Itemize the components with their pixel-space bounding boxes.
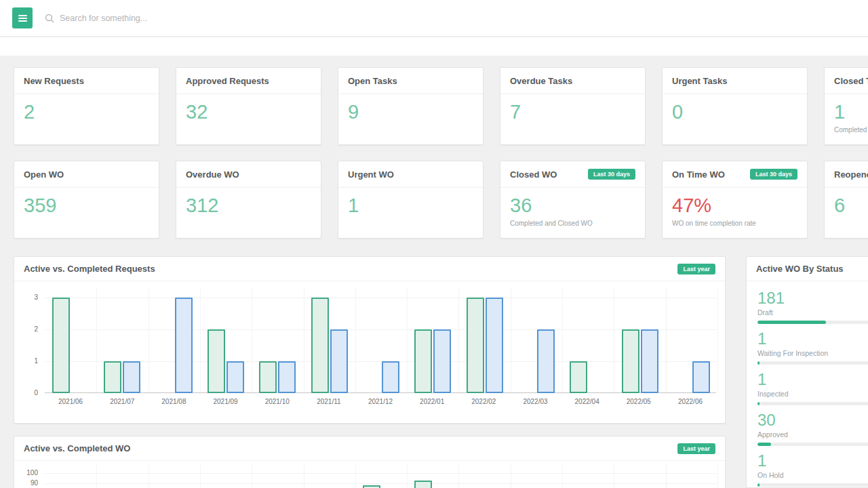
x-axis-label: 2022/05 [613,398,665,405]
status-item-progress-track [757,483,868,487]
stat-card-closed-wo[interactable]: Closed WOLast 30 days36Completed and Clo… [500,161,646,239]
wo-chart-header: Active vs. Completed WO Last year [14,436,725,461]
gridline-vertical [200,465,201,488]
chart-bar-green [363,485,380,488]
x-axis-label: 2021/12 [355,398,406,405]
status-item-waiting-for-inspection: 1Waiting For Inspection [757,330,868,371]
x-axis-label: 2021/10 [252,398,303,405]
status-item-label: Inspected [757,390,868,398]
stat-card-subtitle: WO on time completion rate [663,216,807,227]
status-item-inspected: 1Inspected [757,371,868,411]
stat-card-overdue-wo[interactable]: Overdue WO312 [176,161,321,239]
status-item-progress-fill [757,443,771,446]
y-axis-tick: 2 [16,325,38,333]
gridline-vertical [149,288,149,392]
search-input[interactable] [60,14,344,23]
stat-card-badge: Last 30 days [750,169,797,180]
chart-bar-green [414,481,432,488]
status-item-on-hold: 1On Hold [757,452,868,488]
status-item-progress-fill [757,402,760,405]
stat-card-overdue-tasks[interactable]: Overdue Tasks7 [500,67,646,145]
chart-bar-blue [226,361,244,393]
stat-card-header: Closed Tasks [825,68,868,94]
stat-card-open-tasks[interactable]: Open Tasks9 [338,67,484,145]
stat-card-value: 6 [825,188,868,216]
gridline-vertical [666,288,667,392]
x-axis-label: 2021/06 [45,398,96,405]
chart-bar-green [52,298,70,393]
stats-row-tasks: New Requests2Approved Requests32Open Tas… [14,67,868,145]
search-box [45,14,856,23]
requests-chart-plot: 0123 [45,288,716,393]
stat-card-header: Urgent WO [338,161,483,188]
stat-card-value: 32 [176,94,321,122]
requests-chart-badge: Last year [677,264,715,274]
stat-card-closed-tasks[interactable]: Closed Tasks1Completed and Closed Tasks [824,67,868,145]
stat-card-header: On Time WOLast 30 days [663,161,807,188]
wo-chart-badge: Last year [677,443,715,454]
stat-card-new-requests[interactable]: New Requests2 [14,67,159,145]
active-wo-status-panel: Active WO By Status 181Draft1Waiting For… [746,256,868,488]
stat-card-title: Urgent WO [348,169,394,180]
stat-card-header: Open Tasks [338,68,483,94]
requests-chart-card: Active vs. Completed Requests Last year … [14,256,726,424]
status-item-label: Draft [757,308,868,317]
stat-card-value: 0 [663,94,807,122]
status-item-value: 1 [757,371,868,388]
gridline-horizontal [45,483,716,484]
menu-button[interactable] [12,7,33,28]
x-axis-label: 2022/06 [665,398,716,405]
gridline-vertical [304,465,304,488]
gridline-vertical [511,288,511,392]
gridline-horizontal [45,298,716,298]
hamburger-icon [18,15,27,22]
stat-card-subtitle: Completed and Closed Tasks [825,122,868,134]
stat-card-title: Reopened WO [834,169,868,180]
gridline-vertical [717,288,718,392]
stat-card-on-time-wo[interactable]: On Time WOLast 30 days47%WO on time comp… [662,161,808,239]
y-axis-tick: 3 [16,293,38,301]
status-panel-title: Active WO By Status [756,264,844,274]
status-item-progress-fill [757,483,760,487]
status-item-value: 30 [757,411,868,429]
x-axis-label: 2022/04 [561,398,613,405]
stat-card-open-wo[interactable]: Open WO359 [14,161,159,239]
stat-card-value: 47% [663,188,807,216]
stat-card-urgent-tasks[interactable]: Urgent Tasks0 [662,67,808,145]
y-axis-tick: 0 [16,389,38,396]
chart-bar-green [414,329,432,393]
status-item-progress-track [757,361,868,365]
chart-bar-green [570,361,587,393]
wo-chart-title: Active vs. Completed WO [24,443,130,453]
stat-card-urgent-wo[interactable]: Urgent WO1 [338,161,484,239]
wo-chart-plot: 1009080706050403020100 [45,465,716,488]
stat-card-reopened-wo[interactable]: Reopened WO6 [824,161,868,239]
stat-card-header: Approved Requests [176,68,321,94]
gridline-vertical [614,288,614,392]
stat-card-value: 359 [14,188,159,216]
status-items-list: 181Draft1Waiting For Inspection1Inspecte… [747,281,868,488]
y-axis-tick: 1 [16,357,38,365]
chart-bar-blue [692,361,710,393]
status-item-label: On Hold [757,471,868,479]
gridline-vertical [666,465,667,488]
stat-card-title: Open Tasks [348,76,397,86]
stat-card-value: 1 [338,188,483,216]
status-item-progress-track [757,443,868,446]
search-icon [45,14,54,23]
gridline-vertical [200,288,201,392]
status-item-value: 1 [757,330,868,348]
status-item-approved: 30Approved [757,411,868,452]
chart-bar-green [208,329,225,393]
x-axis-label: 2022/03 [509,398,561,405]
stat-card-header: Overdue WO [176,161,321,188]
chart-bar-blue [537,329,555,393]
x-axis-label: 2021/07 [96,398,148,405]
gridline-vertical [407,288,408,392]
stat-card-header: Closed WOLast 30 days [500,161,645,188]
chart-bar-blue [486,298,503,393]
stat-card-header: Reopened WO [825,161,868,188]
status-item-draft: 181Draft [757,289,868,330]
stat-card-approved-requests[interactable]: Approved Requests32 [176,67,321,145]
stat-card-title: Urgent Tasks [672,76,727,86]
